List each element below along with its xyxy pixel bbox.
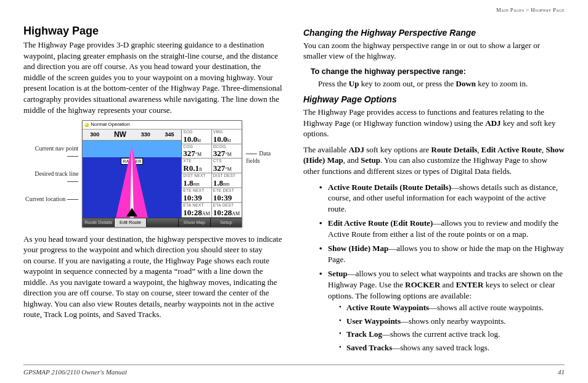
highway-centerline-icon bbox=[130, 146, 134, 218]
data-cell: ETA DEST10:28AM bbox=[212, 203, 242, 218]
footer-manual-title: GPSMAP 2106/2110 Owner's Manual bbox=[23, 368, 127, 377]
left-column: Highway Page The Highway Page provides 3… bbox=[23, 23, 285, 356]
status-icon bbox=[84, 123, 89, 127]
below-fig-para: As you head toward your destination, the… bbox=[23, 234, 285, 320]
softkey-blank bbox=[147, 218, 179, 227]
heading-perspective: Changing the Highway Perspective Range bbox=[303, 27, 565, 39]
softkey-edit-route[interactable]: Edit Route bbox=[115, 218, 147, 227]
data-cell: DIST DEST1.8nm bbox=[212, 173, 242, 188]
callout-data-fields: Data fields bbox=[246, 150, 285, 164]
softkey-bar: Route Details Edit Route Show Map Setup bbox=[83, 218, 242, 227]
heading-to-change: To change the highway perspective range: bbox=[311, 67, 565, 77]
breadcrumb-l: Main Pages bbox=[496, 7, 525, 13]
list-item: Saved Tracks—shows any saved track logs. bbox=[339, 342, 565, 353]
intro-para: The Highway Page provides 3-D graphic st… bbox=[23, 39, 285, 115]
device-screenshot: Normal Operation 300 NW 330 345 RANGER bbox=[82, 120, 242, 228]
data-cell: ETA NEXT10:28AM bbox=[182, 203, 212, 218]
softkey-show-map[interactable]: Show Map bbox=[179, 218, 211, 227]
setup-sublist: Active Route Waypoints—shows all active … bbox=[339, 302, 565, 353]
list-item-setup: Setup—allows you to select what waypoint… bbox=[319, 268, 565, 353]
device-mode: Normal Operation bbox=[91, 121, 129, 128]
data-cell: XTER0.1ft bbox=[182, 159, 212, 173]
data-cell: ETE DEST10:39 bbox=[212, 188, 242, 203]
callout-current-loc: Current location bbox=[23, 196, 78, 203]
data-cell: CTS327°M bbox=[212, 159, 242, 173]
list-item: Active Route Details (Route Details)—sho… bbox=[319, 182, 565, 215]
data-fields-grid: SOG10.0kt VMG10.0kt COG327°M DCOG327°M X… bbox=[181, 130, 242, 218]
page-footer: GPSMAP 2106/2110 Owner's Manual 41 bbox=[23, 364, 565, 377]
figure: Current nav point Desired track line Cur… bbox=[23, 120, 285, 228]
right-column: Changing the Highway Perspective Range Y… bbox=[303, 23, 565, 356]
device-title-bar: Normal Operation bbox=[83, 121, 242, 130]
data-cell: ETE NEXT10:39 bbox=[182, 188, 212, 203]
callout-nav-point: Current nav point bbox=[23, 145, 78, 159]
list-item: Show (Hide) Map—allows you to show or hi… bbox=[319, 243, 565, 265]
breadcrumb-sep: > bbox=[526, 7, 529, 13]
highway-view: RANGER bbox=[83, 141, 181, 218]
options-para-1: The Highway Page provides access to func… bbox=[303, 107, 565, 139]
compass-tape: 300 NW 330 345 bbox=[83, 130, 181, 141]
data-cell: VMG10.0kt bbox=[212, 130, 242, 144]
softkey-route-details[interactable]: Route Details bbox=[83, 218, 115, 227]
footer-page-number: 41 bbox=[558, 368, 565, 377]
data-cell: DIST NEXT1.8nm bbox=[182, 173, 212, 188]
data-cell: DCOG327°M bbox=[212, 144, 242, 159]
list-item: User Waypoints—shows only nearby waypoin… bbox=[339, 316, 565, 327]
page-title: Highway Page bbox=[23, 23, 285, 38]
heading-options: Highway Page Options bbox=[303, 94, 565, 105]
zoom-instruction: Press the Up key to zoom out, or press t… bbox=[318, 78, 565, 89]
callout-track-line: Desired track line bbox=[23, 170, 78, 184]
data-cell: COG327°M bbox=[182, 144, 212, 159]
options-para-2: The available ADJ soft key options are R… bbox=[303, 144, 565, 177]
breadcrumb-r: Highway Page bbox=[531, 7, 565, 13]
figure-callouts-right: Data fields bbox=[242, 150, 285, 164]
options-list: Active Route Details (Route Details)—sho… bbox=[319, 182, 565, 353]
list-item: Active Route Waypoints—shows all active … bbox=[339, 302, 565, 313]
breadcrumb: Main Pages > Highway Page bbox=[496, 6, 565, 14]
softkey-setup[interactable]: Setup bbox=[211, 218, 242, 227]
list-item: Edit Active Route (Edit Route)—allows yo… bbox=[319, 218, 565, 239]
data-cell: SOG10.0kt bbox=[182, 130, 212, 144]
list-item: Track Log—shows the current active track… bbox=[339, 329, 565, 340]
boat-icon bbox=[126, 208, 137, 216]
figure-callouts-left: Current nav point Desired track line Cur… bbox=[23, 145, 82, 203]
perspective-para: You can zoom the highway perspective ran… bbox=[303, 40, 565, 62]
